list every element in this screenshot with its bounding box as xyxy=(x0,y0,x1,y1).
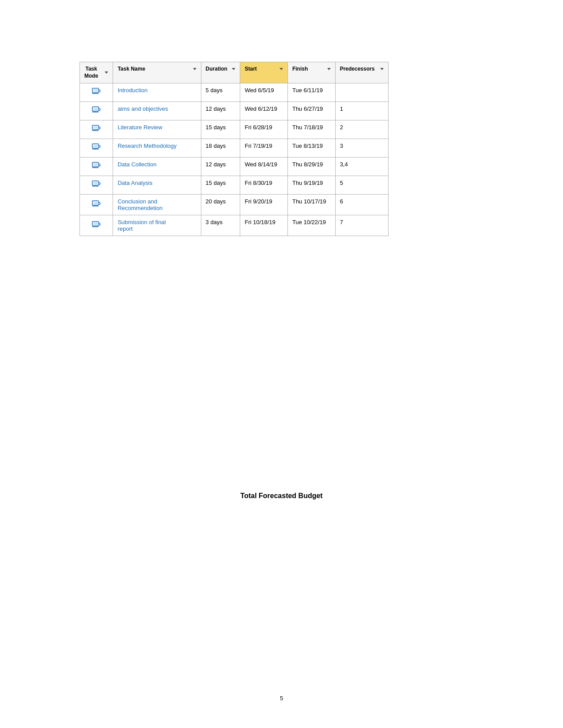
table-row: aims and objectives12 daysWed 6/12/19Thu… xyxy=(80,102,389,120)
task-name-cell: Submission of final report xyxy=(113,215,201,236)
task-table: Task Mode Task Name Duration xyxy=(79,62,389,236)
task-mode-cell xyxy=(80,176,113,195)
table-row: Data Collection12 daysWed 8/14/19Thu 8/2… xyxy=(80,158,389,176)
start-cell: Fri 10/18/19 xyxy=(240,215,288,236)
svg-rect-13 xyxy=(93,163,98,166)
task-name-cell: Literature Review xyxy=(113,120,201,139)
task-name-sort-icon[interactable] xyxy=(193,68,196,70)
predecessors-cell: 2 xyxy=(335,120,388,139)
header-duration[interactable]: Duration xyxy=(201,62,240,83)
task-name-text: Submission of final report xyxy=(117,219,166,232)
finish-cell: Tue 10/22/19 xyxy=(287,215,335,236)
svg-rect-10 xyxy=(93,145,98,147)
start-cell: Fri 6/28/19 xyxy=(240,120,288,139)
task-mode-cell xyxy=(80,102,113,120)
header-task-name[interactable]: Task Name xyxy=(113,62,201,83)
task-mode-icon xyxy=(91,87,101,97)
task-mode-cell xyxy=(80,195,113,215)
task-mode-cell xyxy=(80,139,113,158)
task-mode-cell xyxy=(80,83,113,102)
duration-cell: 18 days xyxy=(201,139,240,158)
finish-cell: Thu 8/29/19 xyxy=(287,158,335,176)
start-sort-icon[interactable] xyxy=(280,68,283,70)
gantt-table-container: Task Mode Task Name Duration xyxy=(79,62,389,236)
task-mode-icon xyxy=(91,143,101,152)
predecessors-cell: 1 xyxy=(335,102,388,120)
duration-cell: 5 days xyxy=(201,83,240,102)
header-start[interactable]: Start xyxy=(240,62,288,83)
duration-cell: 15 days xyxy=(201,120,240,139)
predecessors-cell: 3 xyxy=(335,139,388,158)
task-name-cell: aims and objectives xyxy=(113,102,201,120)
page: Task Mode Task Name Duration xyxy=(0,0,563,728)
svg-rect-4 xyxy=(93,108,98,110)
table-row: Conclusion and Recommendetion20 daysFri … xyxy=(80,195,389,215)
duration-cell: 20 days xyxy=(201,195,240,215)
start-cell: Fri 7/19/19 xyxy=(240,139,288,158)
header-predecessors[interactable]: Predecessors xyxy=(335,62,388,83)
task-name-cell: Data Collection xyxy=(113,158,201,176)
duration-cell: 12 days xyxy=(201,158,240,176)
duration-cell: 15 days xyxy=(201,176,240,195)
task-mode-cell xyxy=(80,215,113,236)
predecessors-cell: 3,4 xyxy=(335,158,388,176)
svg-rect-1 xyxy=(93,89,98,92)
total-forecasted-budget-label: Total Forecasted Budget xyxy=(44,492,519,500)
start-cell: Wed 8/14/19 xyxy=(240,158,288,176)
finish-cell: Tue 6/11/19 xyxy=(287,83,335,102)
predecessors-cell: 6 xyxy=(335,195,388,215)
svg-rect-19 xyxy=(93,202,98,204)
task-mode-icon xyxy=(91,220,101,230)
finish-sort-icon[interactable] xyxy=(327,68,331,70)
task-name-text: aims and objectives xyxy=(117,105,168,112)
finish-cell: Thu 10/17/19 xyxy=(287,195,335,215)
task-name-text: Research Methodology xyxy=(117,143,177,149)
duration-cell: 3 days xyxy=(201,215,240,236)
start-cell: Wed 6/12/19 xyxy=(240,102,288,120)
task-name-cell: Conclusion and Recommendetion xyxy=(113,195,201,215)
task-mode-cell xyxy=(80,120,113,139)
finish-cell: Tue 8/13/19 xyxy=(287,139,335,158)
task-mode-cell xyxy=(80,158,113,176)
duration-cell: 12 days xyxy=(201,102,240,120)
task-mode-icon xyxy=(91,180,101,189)
svg-rect-16 xyxy=(93,182,98,184)
finish-cell: Thu 7/18/19 xyxy=(287,120,335,139)
task-name-cell: Data Analysis xyxy=(113,176,201,195)
task-name-text: Introduction xyxy=(117,87,147,94)
task-name-text: Data Analysis xyxy=(117,180,152,186)
task-name-cell: Introduction xyxy=(113,83,201,102)
task-mode-icon xyxy=(91,105,101,115)
finish-cell: Thu 9/19/19 xyxy=(287,176,335,195)
predecessors-sort-icon[interactable] xyxy=(380,68,384,70)
table-row: Submission of final report3 daysFri 10/1… xyxy=(80,215,389,236)
page-number: 5 xyxy=(280,695,283,702)
task-name-text: Conclusion and Recommendetion xyxy=(117,198,162,211)
predecessors-cell: 7 xyxy=(335,215,388,236)
duration-sort-icon[interactable] xyxy=(232,68,235,70)
start-cell: Wed 6/5/19 xyxy=(240,83,288,102)
start-cell: Fri 9/20/19 xyxy=(240,195,288,215)
task-name-cell: Research Methodology xyxy=(113,139,201,158)
start-cell: Fri 8/30/19 xyxy=(240,176,288,195)
table-row: Introduction5 daysWed 6/5/19Tue 6/11/19 xyxy=(80,83,389,102)
task-mode-icon xyxy=(91,199,101,209)
predecessors-cell: 5 xyxy=(335,176,388,195)
svg-rect-22 xyxy=(93,222,98,225)
finish-cell: Thu 6/27/19 xyxy=(287,102,335,120)
table-row: Data Analysis15 daysFri 8/30/19Thu 9/19/… xyxy=(80,176,389,195)
task-mode-sort-icon[interactable] xyxy=(105,71,108,74)
header-finish[interactable]: Finish xyxy=(287,62,335,83)
table-row: Literature Review15 daysFri 6/28/19Thu 7… xyxy=(80,120,389,139)
task-name-text: Literature Review xyxy=(117,124,162,131)
svg-rect-7 xyxy=(93,126,98,129)
task-mode-icon xyxy=(91,161,101,171)
header-task-mode[interactable]: Task Mode xyxy=(80,62,113,83)
table-row: Research Methodology18 daysFri 7/19/19Tu… xyxy=(80,139,389,158)
task-name-text: Data Collection xyxy=(117,161,156,168)
predecessors-cell xyxy=(335,83,388,102)
task-mode-icon xyxy=(91,124,101,134)
